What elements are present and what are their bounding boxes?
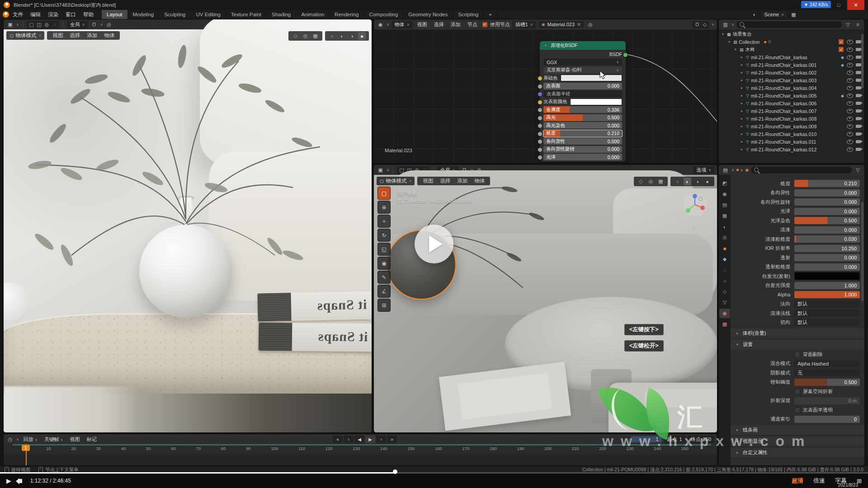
transmission-slider[interactable]: 0.000 bbox=[794, 254, 860, 261]
input-socket[interactable] bbox=[538, 139, 542, 144]
expand-arrow-icon[interactable]: ▸ bbox=[740, 86, 744, 90]
menu-window[interactable]: 窗口 bbox=[62, 11, 80, 18]
hide-viewport-icon[interactable] bbox=[847, 140, 853, 144]
disable-render-icon[interactable] bbox=[856, 125, 861, 128]
tab-shading[interactable]: Shading bbox=[267, 10, 296, 19]
add-menu[interactable]: 添加 bbox=[455, 178, 470, 184]
show-gizmos-icon[interactable]: ◇ bbox=[637, 178, 645, 185]
expand-arrow-icon[interactable]: ▸ bbox=[740, 132, 744, 136]
disable-render-icon[interactable] bbox=[856, 109, 861, 113]
input-socket[interactable] bbox=[538, 116, 542, 121]
constraints-tab-icon[interactable]: ◇ bbox=[719, 287, 730, 296]
outliner-row[interactable]: ▾▤木椅✓ bbox=[719, 46, 864, 53]
anisotropic-slider[interactable]: 0.000 bbox=[794, 189, 860, 197]
outliner-row[interactable]: ▸▽mil-21-RoundChair_karkas.010 bbox=[719, 130, 864, 138]
hide-viewport-icon[interactable] bbox=[847, 124, 853, 129]
next-keyframe-button[interactable]: › bbox=[376, 436, 386, 443]
hide-viewport-icon[interactable] bbox=[847, 109, 853, 113]
particles-tab-icon[interactable]: ∴ bbox=[719, 265, 730, 275]
scene-selector[interactable]: Scene∨ bbox=[761, 11, 787, 18]
input-socket[interactable] bbox=[538, 131, 542, 136]
input-socket[interactable] bbox=[538, 147, 542, 152]
outliner-row[interactable]: ▸▽mil-21-RoundChair_karkas.009 bbox=[719, 122, 864, 130]
screen-space-refraction-checkbox[interactable] bbox=[794, 389, 800, 394]
tool-tab-icon[interactable]: ◩ bbox=[719, 178, 730, 188]
transmission-roughness-slider[interactable]: 0.000 bbox=[794, 263, 860, 271]
viewport-canvas[interactable]: it Snaps it Snaps ▢物体模式∨ 视图 选择 添加 物体 bbox=[4, 29, 372, 432]
normal-input[interactable]: 默认 bbox=[794, 300, 860, 308]
tab-rendering[interactable]: Rendering bbox=[330, 10, 364, 19]
disable-render-icon[interactable] bbox=[856, 86, 861, 89]
add-primitive-tool[interactable]: ⊞ bbox=[377, 299, 391, 312]
outliner-row[interactable]: ▾▤Collection■▽✓ bbox=[719, 38, 864, 46]
volume-icon[interactable] bbox=[19, 479, 22, 483]
select-menu[interactable]: 选择 bbox=[432, 21, 446, 28]
outliner-row[interactable]: ▸▽mil-21-RoundChair_karkas.001◆ bbox=[719, 61, 864, 69]
bsdf-output-socket[interactable] bbox=[623, 52, 628, 57]
input-socket[interactable] bbox=[538, 92, 542, 97]
emission-color-swatch[interactable] bbox=[794, 272, 860, 280]
outliner-row[interactable]: ▸▽mil-21-RoundChair_karkas.006 bbox=[719, 99, 864, 107]
outliner-search-input[interactable] bbox=[736, 21, 842, 28]
disable-render-icon[interactable] bbox=[856, 140, 861, 143]
view-menu[interactable]: 视图 bbox=[68, 436, 82, 443]
metallic-slider[interactable]: 金属度0.336 bbox=[543, 106, 622, 113]
expand-arrow-icon[interactable]: ▸ bbox=[740, 63, 744, 67]
input-socket[interactable] bbox=[538, 84, 542, 89]
tab-layout[interactable]: Layout bbox=[102, 10, 128, 19]
roughness-slider[interactable]: 糙度0.210 bbox=[543, 130, 622, 137]
outliner-row[interactable]: ▸▽mil-21-RoundChair_karkas.004 bbox=[719, 84, 864, 92]
editor-type-icon[interactable]: ◷ bbox=[6, 436, 14, 443]
expand-arrow-icon[interactable]: ▸ bbox=[740, 117, 744, 121]
slot-select[interactable]: 插槽1∨ bbox=[512, 21, 536, 28]
unlink-material-icon[interactable]: ✕ bbox=[577, 22, 581, 28]
shading-material-icon[interactable]: ◑ bbox=[693, 178, 701, 185]
outliner-row[interactable]: ▸▽mil-21-RoundChair_karkas.007 bbox=[719, 107, 864, 115]
tab-animation[interactable]: Animation bbox=[296, 10, 330, 19]
expand-arrow-icon[interactable]: ▸ bbox=[740, 124, 744, 128]
hide-viewport-icon[interactable] bbox=[847, 101, 853, 106]
tab-compositing[interactable]: Compositing bbox=[364, 10, 403, 19]
shader-type-select[interactable]: 物体∨ bbox=[392, 21, 413, 28]
use-nodes-checkbox[interactable]: ✓ bbox=[482, 22, 488, 28]
hide-viewport-icon[interactable] bbox=[847, 70, 853, 75]
expand-arrow-icon[interactable]: ▸ bbox=[740, 55, 744, 59]
select-lasso-icon[interactable]: ◌ bbox=[51, 21, 58, 28]
move-tool[interactable]: ＋ bbox=[377, 215, 391, 228]
expand-arrow-icon[interactable]: ▸ bbox=[740, 140, 744, 144]
disable-render-icon[interactable] bbox=[856, 94, 861, 97]
render-tab-icon[interactable]: ◉ bbox=[719, 189, 730, 199]
hide-viewport-icon[interactable] bbox=[847, 78, 853, 83]
tweak-tool-icon[interactable]: ▢ bbox=[28, 21, 35, 28]
outliner-scrollbar[interactable] bbox=[861, 34, 863, 88]
speed-button[interactable]: 倍速 bbox=[813, 477, 825, 485]
options-dropdown[interactable]: 选项∨ bbox=[693, 166, 714, 174]
shading-material-icon[interactable]: ◑ bbox=[348, 32, 356, 40]
anisotropic-rotation-slider[interactable]: 各向异性旋转0.000 bbox=[543, 146, 622, 153]
select-menu[interactable]: 选择 bbox=[438, 178, 453, 184]
view-menu[interactable]: 视图 bbox=[415, 21, 429, 28]
video-play-overlay-button[interactable] bbox=[415, 225, 453, 263]
tab-scripting[interactable]: Scripting bbox=[453, 10, 484, 19]
menu-file[interactable]: 文件 bbox=[9, 11, 27, 18]
expand-arrow-icon[interactable]: ▸ bbox=[740, 94, 744, 98]
show-overlays-icon[interactable]: ◎ bbox=[302, 32, 309, 40]
shading-rendered-icon[interactable]: ● bbox=[703, 178, 711, 185]
transform-orientation-select[interactable]: 全局∨ bbox=[67, 21, 88, 28]
editor-type-icon[interactable]: ▣ bbox=[377, 166, 384, 174]
pin-icon[interactable]: ◎ bbox=[586, 21, 594, 28]
clearcoat-roughness-slider[interactable]: 0.030 bbox=[794, 235, 860, 243]
emission-strength-field[interactable]: 1.000 bbox=[794, 282, 860, 289]
viewport-display-section-header[interactable]: ▸视图显示 bbox=[731, 436, 864, 446]
disable-render-icon[interactable] bbox=[856, 63, 861, 66]
hide-viewport-icon[interactable] bbox=[847, 40, 853, 44]
object-tab-icon[interactable]: ■ bbox=[719, 244, 730, 253]
sheen-tint-slider[interactable]: 0.500 bbox=[794, 217, 860, 224]
custom-properties-section-header[interactable]: ▸自定义属性 bbox=[731, 447, 864, 457]
select-box-tool[interactable]: ▢ bbox=[377, 187, 391, 200]
sheen-slider[interactable]: 0.000 bbox=[794, 208, 860, 215]
expand-arrow-icon[interactable]: ▾ bbox=[721, 32, 725, 36]
annotate-tool[interactable]: ✎ bbox=[377, 271, 391, 284]
select-box-icon[interactable]: ◫ bbox=[35, 21, 43, 28]
shading-wireframe-icon[interactable]: ○ bbox=[674, 178, 681, 185]
